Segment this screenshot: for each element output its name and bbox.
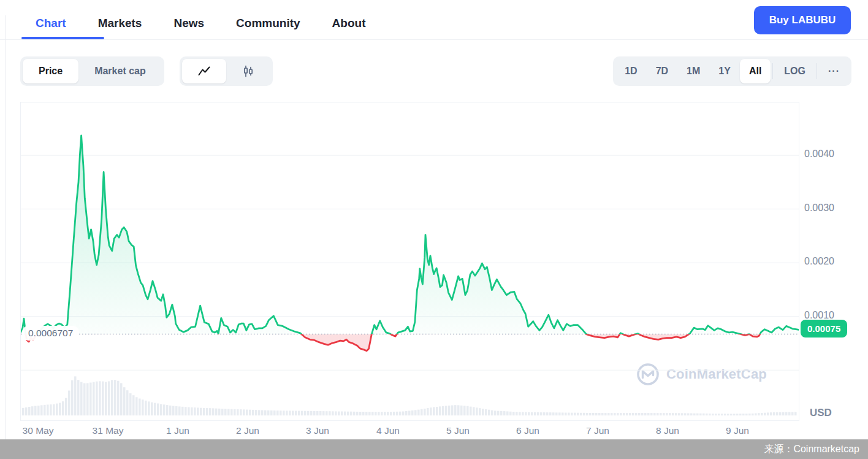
range-option-1d[interactable]: 1D — [615, 59, 646, 83]
nav-tab-about[interactable]: About — [332, 17, 366, 30]
nav-tab-chart[interactable]: Chart — [36, 17, 66, 30]
range-option-7d[interactable]: 7D — [647, 59, 677, 83]
metric-option-price[interactable]: Price — [23, 59, 78, 83]
nav-tab-news[interactable]: News — [173, 17, 204, 30]
y-axis-label-0.0040: 0.0040 — [804, 148, 834, 160]
metric-option-market-cap[interactable]: Market cap — [78, 59, 162, 83]
source-text: 来源：Coinmarketcap — [764, 443, 868, 456]
x-axis-label-31-may: 31 May — [93, 425, 124, 436]
range-option-1y[interactable]: 1Y — [709, 59, 740, 83]
range-option-1m[interactable]: 1M — [677, 59, 709, 83]
y-axis-label-0.0030: 0.0030 — [804, 202, 834, 214]
page-root: ChartMarketsNewsCommunityAbout Buy LABUB… — [0, 0, 868, 459]
range-option-all[interactable]: All — [740, 59, 771, 83]
current-price-badge: 0.00075 — [801, 320, 847, 338]
x-axis-label-30-may: 30 May — [23, 425, 54, 436]
metric-toggle: PriceMarket cap — [20, 56, 164, 86]
candlestick-button[interactable] — [226, 59, 270, 83]
x-axis-label-8-jun: 8 Jun — [656, 425, 679, 436]
x-axis-label-4-jun: 4 Jun — [376, 425, 400, 436]
x-axis-label-5-jun: 5 Jun — [446, 425, 470, 436]
top-nav: ChartMarketsNewsCommunityAbout Buy LABUB… — [0, 0, 868, 40]
line-chart-button[interactable] — [182, 59, 226, 83]
nav-tab-markets[interactable]: Markets — [98, 17, 142, 30]
x-axis-label-6-jun: 6 Jun — [516, 425, 539, 436]
divider — [817, 63, 817, 79]
more-options-button[interactable]: ··· — [819, 59, 849, 83]
currency-label: USD — [810, 407, 832, 419]
candlestick-icon — [242, 64, 255, 78]
x-axis-label-3-jun: 3 Jun — [306, 425, 329, 436]
chart-type-toggle — [180, 56, 273, 86]
log-scale-button[interactable]: LOG — [775, 59, 815, 83]
line-chart-icon — [197, 66, 211, 77]
volume-bars — [22, 376, 797, 415]
range-toggle: 1D7D1M1YAllLOG··· — [613, 56, 851, 86]
baseline-price-label: 0.0006707 — [22, 326, 79, 341]
divider — [772, 63, 773, 79]
x-axis-label-7-jun: 7 Jun — [586, 425, 609, 436]
x-axis-label-2-jun: 2 Jun — [236, 425, 259, 436]
page-left-border — [5, 15, 6, 439]
area-fill-up — [21, 136, 799, 351]
price-chart-area: CoinMarketCap — [20, 102, 799, 421]
x-axis-label-1-jun: 1 Jun — [166, 425, 189, 436]
price-chart-svg[interactable] — [21, 102, 799, 420]
source-footer: 来源：Coinmarketcap — [0, 439, 868, 459]
y-axis-label-0.0020: 0.0020 — [804, 256, 834, 267]
active-tab-underline — [21, 37, 104, 39]
x-axis-label-9-jun: 9 Jun — [726, 425, 749, 436]
buy-labubu-button[interactable]: Buy LABUBU — [754, 6, 851, 34]
nav-tab-community[interactable]: Community — [236, 17, 300, 30]
